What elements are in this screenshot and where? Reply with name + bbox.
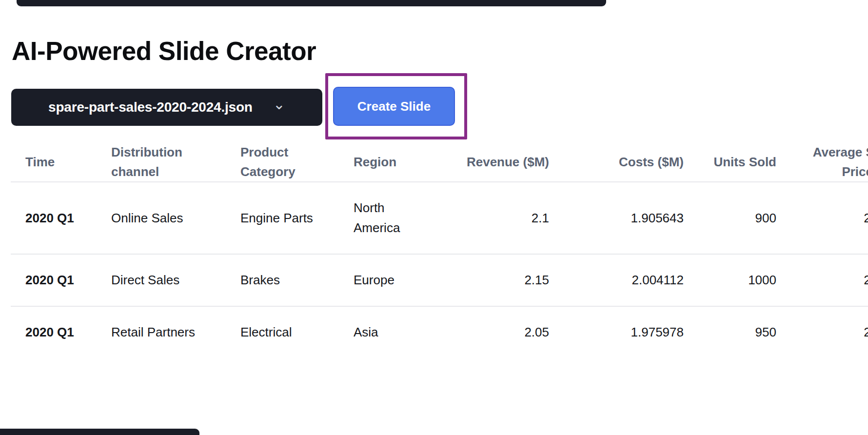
column-header: Product Category (218, 142, 334, 182)
column-header: Revenue ($M) (432, 142, 562, 182)
table-cell: Online Sales (84, 182, 218, 254)
column-header: Region (334, 142, 432, 182)
table-cell: 1.905643 (562, 182, 696, 254)
partially-visible-bottom-element (0, 429, 199, 435)
create-slide-button[interactable]: Create Slide (333, 87, 455, 126)
table-cell: 2150 (789, 254, 868, 306)
table-header: TimeDistribution channelProduct Category… (11, 142, 868, 182)
table-cell: 2020 Q1 (11, 306, 84, 358)
app-window: AI-Powered Slide Creator spare-part-sale… (0, 0, 868, 435)
dataset-select[interactable]: spare-part-sales-2020-2024.json ⌄ (11, 89, 322, 126)
page-title: AI-Powered Slide Creator (12, 35, 316, 67)
table-cell: 1.975978 (562, 306, 696, 358)
column-header: Costs ($M) (562, 142, 696, 182)
table-cell: 2020 Q1 (11, 254, 84, 306)
table-cell: 900 (696, 182, 789, 254)
table-cell: Electrical (218, 306, 334, 358)
column-header: Distribution channel (84, 142, 218, 182)
table-row: 2020 Q1Online SalesEngine PartsNorth Ame… (11, 182, 868, 254)
table-cell: Europe (334, 254, 432, 306)
table-body: 2020 Q1Online SalesEngine PartsNorth Ame… (11, 182, 868, 358)
table-cell: Engine Parts (218, 182, 334, 254)
table-cell: 2.05 (432, 306, 562, 358)
table-row: 2020 Q1Direct SalesBrakesEurope2.152.004… (11, 254, 868, 306)
table-header-row: TimeDistribution channelProduct Category… (11, 142, 868, 182)
column-header: Units Sold (696, 142, 789, 182)
table-cell: 2.1 (432, 182, 562, 254)
table-cell: 2158 (789, 306, 868, 358)
table-cell: 950 (696, 306, 789, 358)
table-cell: 2.004112 (562, 254, 696, 306)
table-cell: North America (334, 182, 432, 254)
table-row: 2020 Q1Retail PartnersElectricalAsia2.05… (11, 306, 868, 358)
table-cell: 2333 (789, 182, 868, 254)
table-cell: Retail Partners (84, 306, 218, 358)
dataset-select-value: spare-part-sales-2020-2024.json (48, 99, 253, 115)
table-cell: Brakes (218, 254, 334, 306)
partially-visible-top-element (17, 0, 606, 6)
table-cell: Direct Sales (84, 254, 218, 306)
sales-data-table: TimeDistribution channelProduct Category… (11, 142, 868, 358)
table-cell: Asia (334, 306, 432, 358)
chevron-down-icon: ⌄ (273, 97, 285, 112)
table-cell: 1000 (696, 254, 789, 306)
column-header: Time (11, 142, 84, 182)
table-cell: 2020 Q1 (11, 182, 84, 254)
column-header: Average Sale Price ($) (789, 142, 868, 182)
table-cell: 2.15 (432, 254, 562, 306)
